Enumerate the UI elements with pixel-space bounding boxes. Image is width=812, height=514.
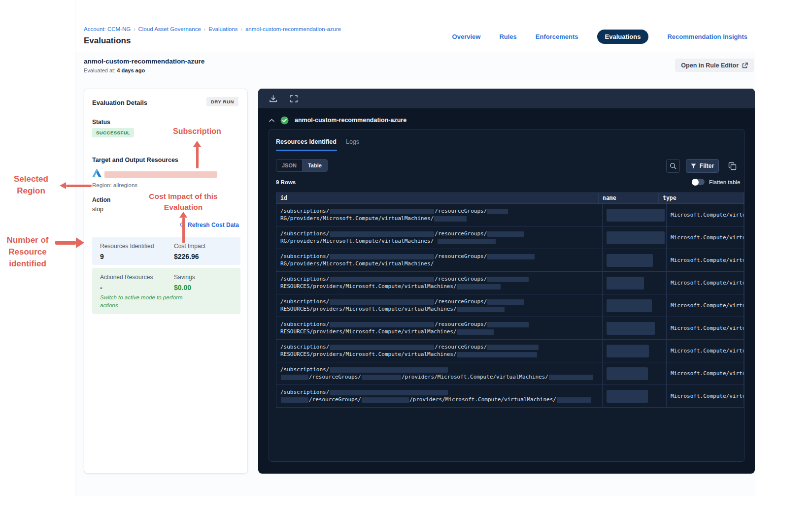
id-text: /subscriptions/ (280, 208, 329, 214)
cell-id: /subscriptions//resourceGroups//provider… (276, 362, 603, 385)
redacted-value (457, 307, 505, 312)
tab-logs[interactable]: Logs (346, 138, 359, 145)
resource-id-line: RESOURCES/providers/Microsoft.Compute/vi… (280, 283, 598, 290)
annotation-arrow-cost-impact (179, 212, 187, 243)
redacted-name (607, 322, 655, 335)
search-button[interactable] (666, 159, 680, 173)
cost-impact-label: Cost Impact (174, 243, 205, 250)
refresh-cost-data-link[interactable]: ⟳ Refresh Cost Data (180, 221, 239, 228)
annotation-arrow-resources (55, 237, 84, 248)
resource-id-line: RG/providers/Microsoft.Compute/virtualMa… (280, 237, 598, 245)
nav-tab-enforcements[interactable]: Enforcements (536, 33, 578, 40)
cell-name (603, 294, 667, 317)
annotation-selected-region: SelectedRegion (0, 173, 62, 197)
search-icon (670, 162, 677, 169)
run-title: anmol-custom-recommendation-azure (295, 117, 406, 124)
redacted-value (487, 299, 524, 305)
status-label: Status (92, 119, 110, 126)
id-text: /resourceGroups/ (309, 396, 361, 403)
redacted-value (362, 375, 401, 380)
redacted-value (330, 254, 434, 259)
action-value: stop (92, 206, 103, 213)
cell-type: Microsoft.Compute/virtualMachines (667, 362, 744, 385)
id-text: /providers/Microsoft.Compute/virtualMach… (409, 396, 556, 403)
redacted-value (487, 254, 535, 259)
nav-tab-overview[interactable]: Overview (452, 33, 481, 40)
breadcrumb-item[interactable]: Cloud Asset Governance (138, 26, 201, 32)
id-text: /subscriptions/ (280, 389, 329, 395)
view-json-option[interactable]: JSON (276, 160, 303, 171)
copy-button[interactable] (727, 161, 738, 171)
redacted-value (438, 239, 496, 244)
redacted-value (281, 397, 308, 403)
id-text: RG/providers/Microsoft.Compute/virtualMa… (280, 238, 437, 244)
nav-tab-evaluations[interactable]: Evaluations (597, 30, 649, 44)
region-value: Region: allregions (92, 182, 137, 188)
nav-tab-rules[interactable]: Rules (499, 33, 516, 40)
dry-run-badge: DRY RUN (206, 97, 238, 106)
resource-id-line: /resourceGroups//providers/Microsoft.Com… (280, 373, 598, 381)
redacted-value (487, 277, 529, 282)
tab-resources-identified[interactable]: Resources Identified (276, 138, 337, 145)
cell-id: /subscriptions//resourceGroups//provider… (276, 385, 603, 407)
redacted-value (487, 209, 508, 214)
run-header-row: anmol-custom-recommendation-azure (258, 114, 755, 126)
resource-id-line: /subscriptions/ (280, 388, 598, 396)
resource-id-line: RESOURCES/providers/Microsoft.Compute/vi… (280, 328, 598, 335)
resource-id-line: /subscriptions//resourceGroups/ (280, 230, 598, 237)
redacted-name (607, 299, 652, 312)
cell-name (603, 362, 667, 385)
id-text: /resourceGroups/ (435, 208, 487, 214)
toggle-pill (692, 179, 705, 185)
id-text: /subscriptions/ (280, 253, 329, 259)
identified-metrics-box: Resources Identified 9 Cost Impact $226.… (92, 237, 240, 265)
id-text: RESOURCES/providers/Microsoft.Compute/vi… (280, 351, 457, 357)
redacted-value (557, 397, 591, 403)
active-mode-note: Switch to active mode to perform actions (100, 293, 189, 309)
open-rule-editor-label: Open in Rule Editor (681, 62, 739, 69)
filter-icon (691, 163, 696, 169)
table-header-row: idnametype (276, 193, 744, 204)
breadcrumb-item[interactable]: Account: CCM-NG (84, 26, 131, 32)
redacted-value (330, 299, 434, 305)
cell-type: Microsoft.Compute/virtualMachines (667, 317, 744, 339)
open-rule-editor-button[interactable]: Open in Rule Editor (675, 59, 754, 72)
status-badge: SUCCESSFUL (92, 128, 134, 137)
breadcrumb-separator: › (241, 27, 242, 32)
resource-id-line: RG/providers/Microsoft.Compute/virtualMa… (280, 215, 598, 222)
redacted-value (330, 322, 434, 327)
fullscreen-icon[interactable] (290, 95, 298, 102)
flatten-table-toggle[interactable]: Flatten table (692, 179, 740, 185)
redacted-name (607, 390, 648, 403)
cell-id: /subscriptions//resourceGroups/RESOURCES… (276, 317, 603, 339)
annotation-arrow-subscription (193, 141, 201, 168)
cell-id: /subscriptions//resourceGroups/RG/provid… (276, 226, 603, 249)
id-text: /resourceGroups/ (435, 230, 487, 237)
evaluation-details-card: Evaluation Details DRY RUN Status SUCCES… (84, 89, 248, 474)
chevron-up-icon[interactable] (269, 119, 274, 122)
id-text: /providers/Microsoft.Compute/virtualMach… (402, 374, 548, 380)
redacted-value (487, 231, 524, 237)
cell-type: Microsoft.Compute/virtualMachines (667, 340, 744, 362)
resource-id-line: /subscriptions/ (280, 366, 598, 373)
id-text: /subscriptions/ (280, 298, 329, 305)
results-card: Resources Identified Logs JSON Table Fil… (269, 129, 744, 462)
redacted-name (607, 277, 644, 289)
view-table-option[interactable]: Table (303, 160, 327, 171)
id-text: /subscriptions/ (280, 344, 329, 350)
id-text: RESOURCES/providers/Microsoft.Compute/vi… (280, 328, 457, 335)
subscription-redacted-bar (104, 171, 217, 178)
breadcrumb-item[interactable]: anmol-custom-recommendation-azure (245, 26, 341, 32)
table-row: /subscriptions//resourceGroups/RESOURCES… (276, 317, 744, 340)
redacted-value (330, 277, 434, 282)
download-icon[interactable] (269, 95, 277, 103)
action-label: Action (92, 196, 110, 203)
nav-tab-recommendation-insights[interactable]: Recommendation Insights (667, 33, 747, 40)
redacted-value (457, 329, 494, 335)
breadcrumb-item[interactable]: Evaluations (208, 26, 237, 32)
filter-button[interactable]: Filter (686, 159, 719, 173)
redacted-name (607, 254, 653, 267)
evaluated-at-label: Evaluated at: (84, 67, 115, 73)
id-text: /resourceGroups/ (435, 298, 487, 305)
evaluated-at: Evaluated at: 4 days ago (84, 67, 145, 73)
